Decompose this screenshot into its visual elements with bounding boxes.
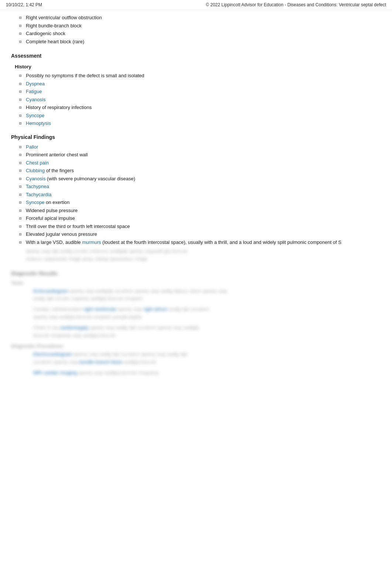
vsd-murmur-suffix: (loudest at the fourth intercostal space… bbox=[101, 239, 341, 245]
dyspnea-link[interactable]: Dyspnea bbox=[26, 81, 45, 86]
syncope-link-pf[interactable]: Syncope bbox=[26, 200, 45, 205]
cyanosis-link-history[interactable]: Cyanosis bbox=[26, 97, 45, 102]
tachypnea-link[interactable]: Tachypnea bbox=[26, 184, 49, 189]
apical-impulse-item: Forceful apical impulse bbox=[26, 215, 75, 221]
list-item: Prominent anterior chest wall bbox=[26, 151, 381, 159]
timestamp: 10/10/22, 1:42 PM bbox=[6, 2, 42, 7]
list-item: Syncope bbox=[26, 112, 381, 120]
respiratory-infections-item: History of respiratory infections bbox=[26, 105, 92, 110]
blurred-text-1: qwerty uiop hjkl asdfg zxcvbn mnbvcxz as… bbox=[11, 248, 381, 263]
initial-bullet-list: Right ventricular outflow obstruction Ri… bbox=[11, 14, 381, 45]
list-item: History of respiratory infections bbox=[26, 103, 381, 112]
top-bar: 10/10/22, 1:42 PM © 2022 Lippincott Advi… bbox=[0, 0, 392, 10]
syncope-suffix: on exertion bbox=[45, 200, 70, 205]
list-item: Cardiogenic shock bbox=[26, 30, 381, 38]
thrill-item: Thrill over the third or fourth left int… bbox=[26, 224, 130, 229]
list-item: Thrill over the third or fourth left int… bbox=[26, 222, 381, 231]
list-item: Fatigue bbox=[26, 88, 381, 96]
list-item: Widened pulse pressure bbox=[26, 207, 381, 215]
clubbing-suffix: of the fingers bbox=[45, 168, 74, 173]
list-item: Pallor bbox=[26, 143, 381, 151]
assessment-heading: Assessment bbox=[11, 53, 381, 59]
hemoptysis-link[interactable]: Hemoptysis bbox=[26, 120, 51, 126]
physical-findings-heading: Physical Findings bbox=[11, 134, 381, 140]
list-item: Forceful apical impulse bbox=[26, 214, 381, 222]
history-section: History Possibly no symptoms if the defe… bbox=[11, 64, 381, 127]
cyanosis-link-pf[interactable]: Cyanosis bbox=[26, 176, 45, 181]
list-item: Tachycardia bbox=[26, 191, 381, 199]
pallor-link[interactable]: Pallor bbox=[26, 144, 38, 150]
blurred-section-heading: Diagnostic Results bbox=[11, 271, 381, 276]
clubbing-link[interactable]: Clubbing bbox=[26, 168, 45, 173]
list-item: Chest pain bbox=[26, 159, 381, 167]
list-item: Syncope on exertion bbox=[26, 198, 381, 207]
syncope-link-history[interactable]: Syncope bbox=[26, 113, 45, 118]
list-item: Possibly no symptoms if the defect is sm… bbox=[26, 72, 381, 80]
copyright-text: © 2022 Lippincott Advisor for Education … bbox=[206, 2, 386, 7]
assessment-section: Assessment History Possibly no symptoms … bbox=[11, 53, 381, 377]
history-item-1: Possibly no symptoms if the defect is sm… bbox=[26, 73, 144, 78]
list-item: Right bundle-branch block bbox=[26, 22, 381, 30]
vsd-murmur-prefix: With a large VSD, audible bbox=[26, 239, 82, 245]
list-item: Right ventricular outflow obstruction bbox=[26, 14, 381, 22]
murmurs-link[interactable]: murmurs bbox=[82, 239, 101, 245]
blurred-tests-heading: Tests bbox=[11, 280, 381, 286]
history-heading: History bbox=[11, 64, 381, 69]
list-item: With a large VSD, audible murmurs (loude… bbox=[26, 238, 381, 246]
list-item: Hemoptysis bbox=[26, 119, 381, 127]
blurred-procedures-list: Electrocardiogram qwerty uiop asdfg hjkl… bbox=[11, 350, 381, 377]
blurred-procedures-heading: Diagnostic Procedures bbox=[11, 343, 381, 349]
jugular-item: Elevated jugular venous pressure bbox=[26, 231, 97, 237]
list-item: Clubbing of the fingers bbox=[26, 167, 381, 175]
fatigue-link[interactable]: Fatigue bbox=[26, 89, 42, 94]
list-item: Dyspnea bbox=[26, 80, 381, 88]
physical-findings-section: Physical Findings Pallor Prominent anter… bbox=[11, 134, 381, 263]
chest-pain-link[interactable]: Chest pain bbox=[26, 160, 49, 166]
main-content: Right ventricular outflow obstruction Ri… bbox=[0, 10, 392, 391]
blurred-tests-list: Echocardiogram qwerty uiop asdfghjk zxcv… bbox=[11, 287, 381, 340]
cyanosis-suffix: (with severe pulmonary vascular disease) bbox=[45, 176, 135, 181]
physical-findings-list: Pallor Prominent anterior chest wall Che… bbox=[11, 143, 381, 246]
list-item: Elevated jugular venous pressure bbox=[26, 230, 381, 238]
list-item: Cyanosis bbox=[26, 96, 381, 104]
blurred-diagnostic-section: Diagnostic Results Tests Echocardiogram … bbox=[11, 271, 381, 377]
list-item: Complete heart block (rare) bbox=[26, 38, 381, 46]
anterior-chest-item: Prominent anterior chest wall bbox=[26, 152, 88, 157]
history-list: Possibly no symptoms if the defect is sm… bbox=[11, 72, 381, 127]
list-item: Tachypnea bbox=[26, 183, 381, 191]
list-item: Cyanosis (with severe pulmonary vascular… bbox=[26, 175, 381, 183]
pulse-pressure-item: Widened pulse pressure bbox=[26, 208, 78, 213]
tachycardia-link[interactable]: Tachycardia bbox=[26, 192, 51, 197]
